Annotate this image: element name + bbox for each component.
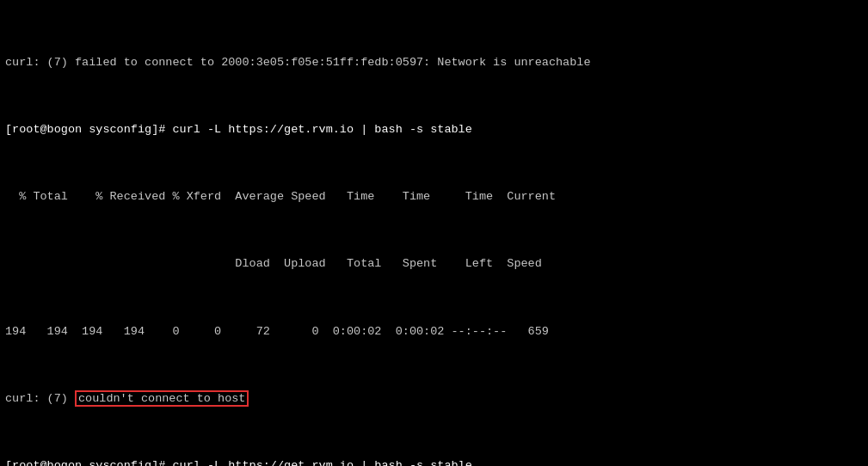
terminal-line: Dload Upload Total Spent Left Speed	[5, 255, 863, 273]
error-highlight: couldn't connect to host	[75, 390, 249, 407]
line-text: [root@bogon sysconfig]# curl -L https://…	[5, 459, 472, 466]
terminal-line: [root@bogon sysconfig]# curl -L https://…	[5, 457, 863, 466]
terminal-window: curl: (7) failed to connect to 2000:3e05…	[5, 3, 863, 466]
terminal-line: [root@bogon sysconfig]# curl -L https://…	[5, 121, 863, 138]
terminal-line: curl: (7) failed to connect to 2000:3e05…	[5, 54, 863, 71]
terminal-line: curl: (7) couldn't connect to host	[5, 390, 863, 408]
line-text: Dload Upload Total Spent Left Speed	[5, 257, 542, 270]
line-text: 194 194 194 194 0 0 72 0 0:00:02 0:00:02…	[5, 325, 549, 338]
terminal-line: % Total % Received % Xferd Average Speed…	[5, 188, 863, 205]
line-text: curl: (7) failed to connect to 2000:3e05…	[5, 56, 591, 69]
line-text: % Total % Received % Xferd Average Speed…	[5, 190, 556, 203]
line-prefix: curl: (7)	[5, 392, 75, 405]
line-text: [root@bogon sysconfig]# curl -L https://…	[5, 123, 472, 136]
terminal-line: 194 194 194 194 0 0 72 0 0:00:02 0:00:02…	[5, 323, 863, 340]
